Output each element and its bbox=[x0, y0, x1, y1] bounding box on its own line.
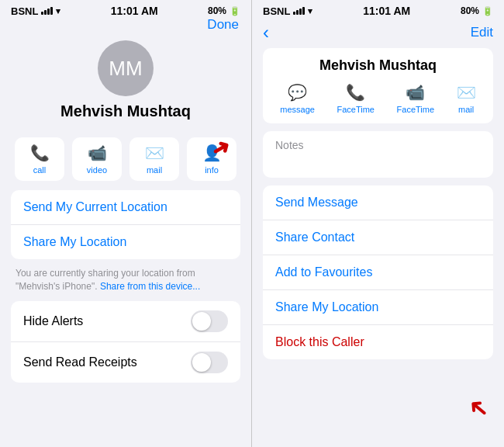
right-menu: Send Message Share Contact Add to Favour… bbox=[263, 185, 493, 359]
send-current-location[interactable]: Send My Current Location bbox=[11, 190, 240, 225]
r-signal-bar-1 bbox=[293, 12, 295, 15]
left-status-left: BSNL ▾ bbox=[11, 5, 60, 17]
left-time: 11:01 AM bbox=[111, 5, 158, 17]
right-wifi-icon: ▾ bbox=[308, 6, 312, 16]
contact-name-left: Mehvish Mushtaq bbox=[60, 102, 191, 120]
mail-icon-right: ✉️ bbox=[457, 83, 476, 102]
right-contact-header: Mehvish Mushtaq 💬 message 📞 FaceTime 📹 F… bbox=[263, 48, 493, 123]
signal-bar-1 bbox=[41, 12, 43, 15]
right-status-left: BSNL ▾ bbox=[263, 5, 312, 17]
hide-alerts-knob bbox=[192, 312, 211, 331]
video-button[interactable]: 📹 video bbox=[72, 137, 122, 181]
send-read-receipts-row: Send Read Receipts bbox=[11, 342, 240, 383]
share-from-device-link[interactable]: Share from this device... bbox=[100, 281, 200, 292]
location-list: Send My Current Location Share My Locati… bbox=[11, 190, 240, 259]
right-battery-pct: 80% bbox=[461, 5, 479, 16]
facetime-video-label: FaceTime bbox=[397, 105, 435, 114]
mail-button-right[interactable]: ✉️ mail bbox=[457, 83, 476, 114]
right-panel: BSNL ▾ 11:01 AM 80% 🔋 ‹ Edit Mehvish Mus… bbox=[252, 0, 504, 447]
share-contact-item[interactable]: Share Contact bbox=[263, 220, 493, 255]
facetime-audio-label: FaceTime bbox=[337, 105, 375, 114]
done-button[interactable]: Done bbox=[207, 17, 239, 33]
left-battery-icon: 🔋 bbox=[230, 6, 240, 16]
r-signal-bar-3 bbox=[299, 9, 302, 15]
info-button[interactable]: 👤 info bbox=[187, 137, 236, 181]
left-nav-bar: Done bbox=[0, 20, 251, 29]
signal-bar-2 bbox=[44, 10, 47, 15]
send-message-item[interactable]: Send Message bbox=[263, 185, 493, 220]
hide-alerts-toggle[interactable] bbox=[191, 310, 228, 332]
avatar-section: MM Mehvish Mushtaq bbox=[0, 29, 251, 130]
right-status-right: 80% 🔋 bbox=[461, 5, 493, 16]
send-read-receipts-toggle[interactable] bbox=[191, 352, 228, 373]
r-signal-bar-2 bbox=[296, 10, 299, 15]
mail-label-left: mail bbox=[147, 165, 162, 175]
mail-icon-left: ✉️ bbox=[145, 144, 164, 162]
signal-bar-3 bbox=[47, 9, 50, 15]
notes-label: Notes bbox=[275, 139, 481, 151]
contact-name-right: Mehvish Mushtaq bbox=[263, 57, 493, 83]
notes-section: Notes bbox=[263, 131, 493, 178]
red-arrow-right: ➜ bbox=[461, 391, 495, 427]
right-carrier: BSNL bbox=[263, 5, 290, 17]
location-info-text: You are currently sharing your location … bbox=[0, 267, 251, 301]
mail-button-left[interactable]: ✉️ mail bbox=[129, 137, 179, 181]
facetime-video-icon: 📹 bbox=[406, 83, 425, 102]
r-signal-bar-4 bbox=[302, 7, 305, 15]
hide-alerts-label: Hide Alerts bbox=[23, 314, 83, 328]
hide-alerts-row: Hide Alerts bbox=[11, 301, 240, 342]
share-my-location-left[interactable]: Share My Location bbox=[11, 225, 240, 259]
left-carrier: BSNL bbox=[11, 5, 38, 17]
message-icon: 💬 bbox=[288, 83, 307, 102]
facetime-audio-icon: 📞 bbox=[346, 83, 365, 102]
info-label: info bbox=[205, 165, 219, 175]
call-button[interactable]: 📞 call bbox=[15, 137, 64, 181]
right-battery-icon: 🔋 bbox=[482, 6, 493, 16]
facetime-video-button[interactable]: 📹 FaceTime bbox=[397, 83, 435, 114]
mail-label-right: mail bbox=[458, 105, 474, 114]
info-icon: 👤 bbox=[202, 144, 222, 162]
back-button[interactable]: ‹ bbox=[263, 23, 269, 42]
right-time: 11:01 AM bbox=[363, 5, 410, 17]
facetime-audio-button[interactable]: 📞 FaceTime bbox=[337, 83, 375, 114]
share-my-location-right[interactable]: Share My Location bbox=[263, 290, 493, 325]
video-label: video bbox=[87, 165, 107, 175]
avatar: MM bbox=[98, 40, 154, 96]
left-battery-pct: 80% bbox=[208, 5, 226, 16]
left-wifi-icon: ▾ bbox=[56, 6, 60, 16]
call-label: call bbox=[33, 165, 47, 175]
send-read-receipts-knob bbox=[192, 353, 211, 372]
right-status-bar: BSNL ▾ 11:01 AM 80% 🔋 bbox=[252, 0, 504, 20]
message-button[interactable]: 💬 message bbox=[280, 83, 315, 114]
left-signal bbox=[41, 7, 53, 15]
send-read-receipts-label: Send Read Receipts bbox=[23, 355, 137, 369]
chevron-left-icon: ‹ bbox=[263, 23, 269, 42]
right-signal bbox=[293, 7, 305, 15]
left-panel: BSNL ▾ 11:01 AM 80% 🔋 Done MM Mehvish Mu… bbox=[0, 0, 252, 447]
call-icon: 📞 bbox=[30, 144, 50, 162]
right-action-row: 💬 message 📞 FaceTime 📹 FaceTime ✉️ mail bbox=[263, 83, 493, 114]
block-this-caller-item[interactable]: Block this Caller bbox=[263, 325, 493, 359]
right-nav-bar: ‹ Edit bbox=[252, 20, 504, 48]
signal-bar-4 bbox=[50, 7, 53, 15]
edit-button[interactable]: Edit bbox=[471, 25, 493, 40]
action-row-left: 📞 call 📹 video ✉️ mail 👤 info bbox=[0, 130, 251, 190]
video-icon: 📹 bbox=[88, 144, 107, 162]
message-label: message bbox=[280, 105, 315, 114]
add-to-favourites-item[interactable]: Add to Favourites bbox=[263, 255, 493, 290]
toggle-section: Hide Alerts Send Read Receipts bbox=[11, 301, 240, 383]
left-status-right: 80% 🔋 bbox=[208, 5, 240, 16]
